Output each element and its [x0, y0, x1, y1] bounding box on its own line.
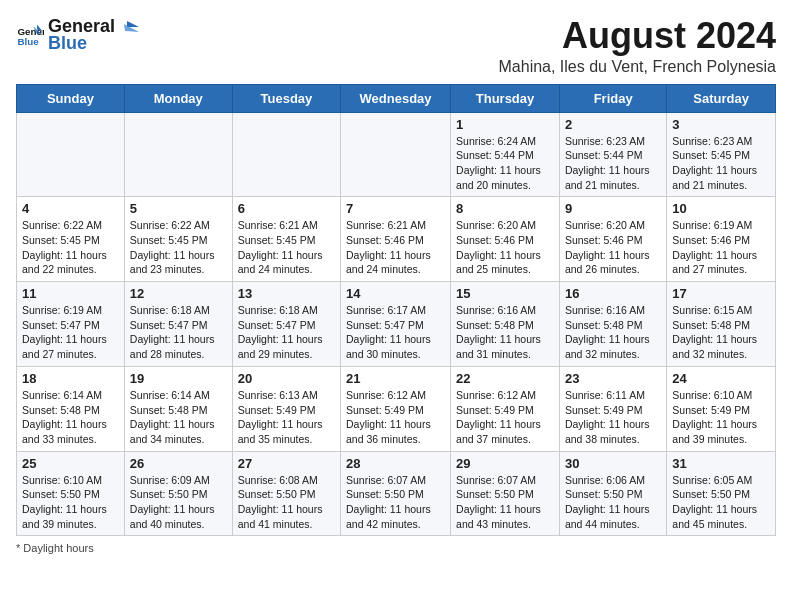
calendar-cell: 24Sunrise: 6:10 AMSunset: 5:49 PMDayligh… — [667, 366, 776, 451]
day-info: Sunrise: 6:22 AMSunset: 5:45 PMDaylight:… — [130, 218, 227, 277]
calendar-week-2: 4Sunrise: 6:22 AMSunset: 5:45 PMDaylight… — [17, 197, 776, 282]
calendar-cell: 21Sunrise: 6:12 AMSunset: 5:49 PMDayligh… — [341, 366, 451, 451]
day-number: 16 — [565, 286, 661, 301]
calendar-cell: 8Sunrise: 6:20 AMSunset: 5:46 PMDaylight… — [451, 197, 560, 282]
day-number: 31 — [672, 456, 770, 471]
day-info: Sunrise: 6:08 AMSunset: 5:50 PMDaylight:… — [238, 473, 335, 532]
calendar-week-5: 25Sunrise: 6:10 AMSunset: 5:50 PMDayligh… — [17, 451, 776, 536]
day-number: 25 — [22, 456, 119, 471]
day-number: 19 — [130, 371, 227, 386]
day-number: 2 — [565, 117, 661, 132]
logo-bird-icon — [117, 18, 139, 36]
calendar-cell: 12Sunrise: 6:18 AMSunset: 5:47 PMDayligh… — [124, 282, 232, 367]
calendar-cell: 5Sunrise: 6:22 AMSunset: 5:45 PMDaylight… — [124, 197, 232, 282]
day-number: 13 — [238, 286, 335, 301]
svg-marker-4 — [127, 21, 139, 27]
day-info: Sunrise: 6:16 AMSunset: 5:48 PMDaylight:… — [565, 303, 661, 362]
day-info: Sunrise: 6:22 AMSunset: 5:45 PMDaylight:… — [22, 218, 119, 277]
day-info: Sunrise: 6:21 AMSunset: 5:46 PMDaylight:… — [346, 218, 445, 277]
title-area: August 2024 Mahina, Iles du Vent, French… — [499, 16, 777, 76]
day-info: Sunrise: 6:07 AMSunset: 5:50 PMDaylight:… — [456, 473, 554, 532]
calendar-cell: 4Sunrise: 6:22 AMSunset: 5:45 PMDaylight… — [17, 197, 125, 282]
calendar-cell: 10Sunrise: 6:19 AMSunset: 5:46 PMDayligh… — [667, 197, 776, 282]
calendar-cell: 11Sunrise: 6:19 AMSunset: 5:47 PMDayligh… — [17, 282, 125, 367]
day-number: 15 — [456, 286, 554, 301]
calendar-cell: 7Sunrise: 6:21 AMSunset: 5:46 PMDaylight… — [341, 197, 451, 282]
calendar-week-1: 1Sunrise: 6:24 AMSunset: 5:44 PMDaylight… — [17, 112, 776, 197]
day-number: 22 — [456, 371, 554, 386]
calendar-cell — [341, 112, 451, 197]
calendar-week-4: 18Sunrise: 6:14 AMSunset: 5:48 PMDayligh… — [17, 366, 776, 451]
day-number: 21 — [346, 371, 445, 386]
day-info: Sunrise: 6:10 AMSunset: 5:50 PMDaylight:… — [22, 473, 119, 532]
day-number: 28 — [346, 456, 445, 471]
day-number: 14 — [346, 286, 445, 301]
day-number: 11 — [22, 286, 119, 301]
day-number: 26 — [130, 456, 227, 471]
day-info: Sunrise: 6:18 AMSunset: 5:47 PMDaylight:… — [130, 303, 227, 362]
day-info: Sunrise: 6:14 AMSunset: 5:48 PMDaylight:… — [22, 388, 119, 447]
day-number: 29 — [456, 456, 554, 471]
day-info: Sunrise: 6:12 AMSunset: 5:49 PMDaylight:… — [346, 388, 445, 447]
day-info: Sunrise: 6:14 AMSunset: 5:48 PMDaylight:… — [130, 388, 227, 447]
calendar-cell: 13Sunrise: 6:18 AMSunset: 5:47 PMDayligh… — [232, 282, 340, 367]
day-info: Sunrise: 6:23 AMSunset: 5:44 PMDaylight:… — [565, 134, 661, 193]
calendar-cell: 26Sunrise: 6:09 AMSunset: 5:50 PMDayligh… — [124, 451, 232, 536]
day-number: 24 — [672, 371, 770, 386]
calendar-cell: 6Sunrise: 6:21 AMSunset: 5:45 PMDaylight… — [232, 197, 340, 282]
day-info: Sunrise: 6:15 AMSunset: 5:48 PMDaylight:… — [672, 303, 770, 362]
day-info: Sunrise: 6:19 AMSunset: 5:46 PMDaylight:… — [672, 218, 770, 277]
day-info: Sunrise: 6:21 AMSunset: 5:45 PMDaylight:… — [238, 218, 335, 277]
day-info: Sunrise: 6:05 AMSunset: 5:50 PMDaylight:… — [672, 473, 770, 532]
day-number: 6 — [238, 201, 335, 216]
calendar-cell: 29Sunrise: 6:07 AMSunset: 5:50 PMDayligh… — [451, 451, 560, 536]
calendar-header-thursday: Thursday — [451, 84, 560, 112]
day-number: 20 — [238, 371, 335, 386]
day-info: Sunrise: 6:06 AMSunset: 5:50 PMDaylight:… — [565, 473, 661, 532]
calendar-cell: 14Sunrise: 6:17 AMSunset: 5:47 PMDayligh… — [341, 282, 451, 367]
day-number: 3 — [672, 117, 770, 132]
calendar-cell: 28Sunrise: 6:07 AMSunset: 5:50 PMDayligh… — [341, 451, 451, 536]
calendar-cell: 9Sunrise: 6:20 AMSunset: 5:46 PMDaylight… — [559, 197, 666, 282]
calendar-header-row: SundayMondayTuesdayWednesdayThursdayFrid… — [17, 84, 776, 112]
calendar-header-monday: Monday — [124, 84, 232, 112]
day-info: Sunrise: 6:11 AMSunset: 5:49 PMDaylight:… — [565, 388, 661, 447]
day-number: 17 — [672, 286, 770, 301]
daylight-label: Daylight hours — [23, 542, 93, 554]
calendar-cell: 27Sunrise: 6:08 AMSunset: 5:50 PMDayligh… — [232, 451, 340, 536]
calendar-cell: 18Sunrise: 6:14 AMSunset: 5:48 PMDayligh… — [17, 366, 125, 451]
day-info: Sunrise: 6:18 AMSunset: 5:47 PMDaylight:… — [238, 303, 335, 362]
logo-icon: General Blue — [16, 21, 44, 49]
day-number: 9 — [565, 201, 661, 216]
logo: General Blue General Blue — [16, 16, 139, 54]
day-info: Sunrise: 6:17 AMSunset: 5:47 PMDaylight:… — [346, 303, 445, 362]
day-number: 10 — [672, 201, 770, 216]
day-number: 23 — [565, 371, 661, 386]
day-info: Sunrise: 6:16 AMSunset: 5:48 PMDaylight:… — [456, 303, 554, 362]
calendar-cell: 30Sunrise: 6:06 AMSunset: 5:50 PMDayligh… — [559, 451, 666, 536]
calendar-cell — [17, 112, 125, 197]
day-number: 7 — [346, 201, 445, 216]
calendar-cell — [232, 112, 340, 197]
day-number: 27 — [238, 456, 335, 471]
calendar-cell: 22Sunrise: 6:12 AMSunset: 5:49 PMDayligh… — [451, 366, 560, 451]
calendar-cell: 19Sunrise: 6:14 AMSunset: 5:48 PMDayligh… — [124, 366, 232, 451]
calendar-cell: 31Sunrise: 6:05 AMSunset: 5:50 PMDayligh… — [667, 451, 776, 536]
day-info: Sunrise: 6:12 AMSunset: 5:49 PMDaylight:… — [456, 388, 554, 447]
calendar-header-friday: Friday — [559, 84, 666, 112]
day-info: Sunrise: 6:23 AMSunset: 5:45 PMDaylight:… — [672, 134, 770, 193]
day-info: Sunrise: 6:20 AMSunset: 5:46 PMDaylight:… — [565, 218, 661, 277]
day-info: Sunrise: 6:13 AMSunset: 5:49 PMDaylight:… — [238, 388, 335, 447]
day-info: Sunrise: 6:10 AMSunset: 5:49 PMDaylight:… — [672, 388, 770, 447]
calendar-cell: 23Sunrise: 6:11 AMSunset: 5:49 PMDayligh… — [559, 366, 666, 451]
footer-note: * Daylight hours — [16, 542, 776, 554]
calendar-cell: 2Sunrise: 6:23 AMSunset: 5:44 PMDaylight… — [559, 112, 666, 197]
calendar-header-tuesday: Tuesday — [232, 84, 340, 112]
calendar-cell: 15Sunrise: 6:16 AMSunset: 5:48 PMDayligh… — [451, 282, 560, 367]
calendar-cell: 3Sunrise: 6:23 AMSunset: 5:45 PMDaylight… — [667, 112, 776, 197]
calendar-header-saturday: Saturday — [667, 84, 776, 112]
calendar-table: SundayMondayTuesdayWednesdayThursdayFrid… — [16, 84, 776, 537]
day-number: 30 — [565, 456, 661, 471]
day-info: Sunrise: 6:19 AMSunset: 5:47 PMDaylight:… — [22, 303, 119, 362]
day-number: 4 — [22, 201, 119, 216]
